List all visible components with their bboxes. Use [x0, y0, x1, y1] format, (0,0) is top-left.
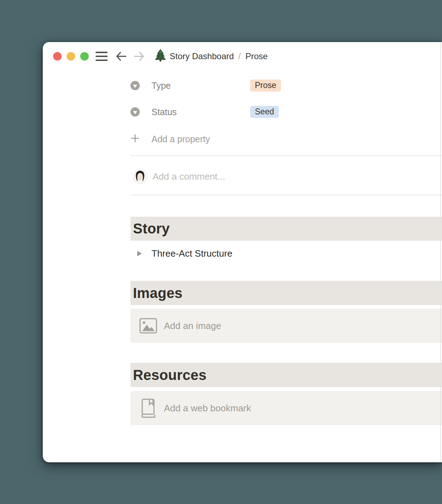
heading-story: Story [130, 221, 170, 237]
app-window: Story Dashboard / Prose Type Prose Statu… [43, 42, 442, 462]
comment-row [130, 169, 435, 184]
toggle-three-act-structure[interactable]: Three-Act Structure [130, 246, 435, 261]
user-avatar [133, 169, 147, 184]
titlebar: Story Dashboard / Prose [43, 42, 442, 71]
add-image-label: Add an image [164, 320, 221, 331]
breadcrumb-separator: / [238, 52, 241, 61]
zoom-window-button[interactable] [80, 52, 89, 61]
add-property-label: Add a property [151, 134, 210, 144]
divider [130, 195, 442, 195]
add-image-block[interactable]: Add an image [130, 309, 442, 343]
property-value-status[interactable]: Seed [250, 106, 279, 118]
property-value-type[interactable]: Prose [250, 79, 281, 92]
breadcrumb-parent[interactable]: Story Dashboard [170, 51, 234, 61]
section-heading-story: Story [130, 217, 442, 241]
breadcrumb: Story Dashboard / Prose [170, 42, 268, 71]
scrollbar-track[interactable] [440, 42, 441, 462]
add-property-button[interactable]: Add a property [130, 129, 435, 149]
property-row-type: Type Prose [130, 76, 435, 95]
sidebar-menu-icon[interactable] [96, 52, 108, 61]
evergreen-tree-icon [155, 49, 166, 62]
add-web-bookmark-label: Add a web bookmark [164, 403, 251, 414]
property-row-status: Status Seed [130, 102, 435, 122]
plus-icon [130, 134, 140, 144]
forward-arrow-icon[interactable] [133, 50, 145, 63]
section-heading-resources: Resources [130, 363, 442, 387]
close-window-button[interactable] [53, 52, 62, 61]
divider [130, 155, 442, 156]
breadcrumb-current[interactable]: Prose [245, 51, 268, 61]
property-label[interactable]: Status [151, 107, 177, 117]
heading-resources: Resources [130, 367, 206, 383]
type-badge[interactable]: Prose [250, 79, 281, 92]
section-heading-images: Images [130, 281, 442, 305]
select-property-icon [130, 107, 140, 117]
property-label[interactable]: Type [151, 81, 171, 91]
book-bookmark-icon [138, 398, 158, 418]
minimize-window-button[interactable] [67, 52, 75, 61]
image-icon [138, 318, 158, 334]
add-web-bookmark-block[interactable]: Add a web bookmark [130, 391, 442, 425]
heading-images: Images [130, 285, 183, 301]
toggle-label: Three-Act Structure [151, 248, 232, 259]
back-arrow-icon[interactable] [115, 50, 128, 63]
toggle-right-caret-icon[interactable] [135, 249, 144, 258]
select-property-icon [130, 81, 140, 90]
status-badge[interactable]: Seed [250, 106, 279, 118]
add-comment-input[interactable] [153, 171, 435, 182]
